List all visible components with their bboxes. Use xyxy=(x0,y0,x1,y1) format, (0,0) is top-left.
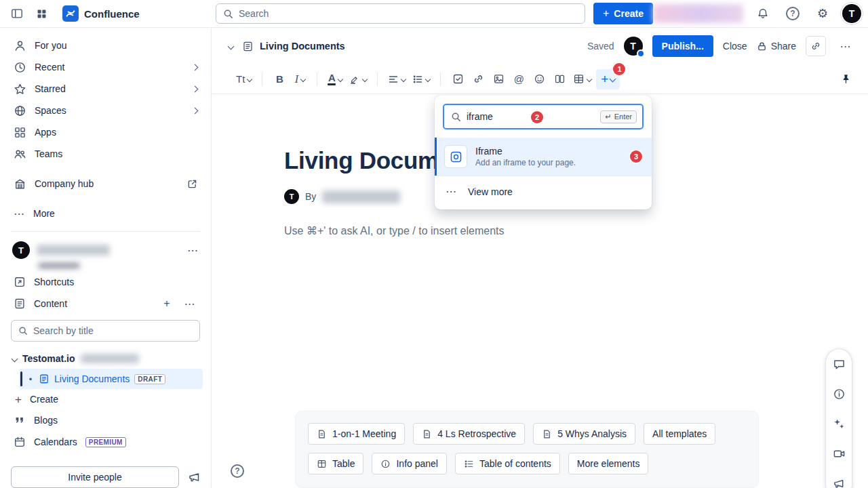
close-button[interactable]: Close xyxy=(723,41,747,52)
share-button[interactable]: Share xyxy=(757,41,796,52)
insert-table-shortcut-button[interactable]: Table xyxy=(308,453,363,474)
sidebar-item-blogs[interactable]: Blogs xyxy=(8,409,203,431)
template-4ls-retrospective-button[interactable]: 4 Ls Retrospective xyxy=(413,423,525,445)
breadcrumb-page-title[interactable]: Living Documents xyxy=(260,41,345,52)
pin-icon xyxy=(840,73,852,85)
insert-image-button[interactable] xyxy=(490,69,507,89)
settings-button[interactable]: ⚙ xyxy=(812,3,833,24)
bold-button[interactable]: B xyxy=(271,69,288,89)
sparkle-icon xyxy=(833,418,846,430)
element-label: Table xyxy=(332,458,355,469)
feedback-megaphone-button[interactable] xyxy=(188,470,201,484)
content-more-icon[interactable]: ⋯ xyxy=(182,296,197,311)
task-list-button[interactable] xyxy=(449,69,467,89)
ai-chat-button[interactable] xyxy=(831,415,847,432)
lists-button[interactable] xyxy=(410,69,432,89)
sidebar-item-apps[interactable]: Apps xyxy=(8,121,203,143)
view-more-button[interactable]: ⋯ View more xyxy=(435,176,652,207)
tree-item-space[interactable]: Testomat.io xyxy=(8,348,203,369)
sidebar-item-teams[interactable]: Teams xyxy=(8,143,203,165)
close-label: Close xyxy=(723,41,747,52)
copy-link-button[interactable] xyxy=(806,36,826,56)
text-color-button[interactable]: A xyxy=(326,69,344,89)
template-1on1-meeting-button[interactable]: 1-on-1 Meeting xyxy=(308,423,405,445)
color-bar xyxy=(328,83,336,85)
space-header[interactable]: T ⋯ xyxy=(8,239,203,262)
divider xyxy=(377,73,378,86)
highlight-color-button[interactable] xyxy=(347,69,369,89)
title-search[interactable] xyxy=(11,320,200,342)
notifications-button[interactable] xyxy=(753,3,773,24)
sidebar-item-recent[interactable]: Recent xyxy=(8,56,203,78)
details-button[interactable] xyxy=(831,386,847,402)
space-more-icon[interactable]: ⋯ xyxy=(187,244,199,257)
shortcut-icon xyxy=(14,276,26,288)
insert-link-button[interactable] xyxy=(469,69,487,89)
emoji-icon xyxy=(534,73,545,85)
confluence-brand[interactable]: Confluence xyxy=(62,5,140,22)
sidebar-toggle-button[interactable] xyxy=(7,3,27,24)
text-style-button[interactable]: Tt xyxy=(234,69,254,89)
editor-placeholder[interactable]: Use ⌘+' to ask AI, or type / to insert e… xyxy=(284,224,868,237)
insert-toc-button[interactable]: Table of contents xyxy=(455,453,560,474)
plus-icon: + xyxy=(601,72,608,87)
italic-button[interactable]: I xyxy=(291,69,309,89)
add-content-button[interactable]: + xyxy=(159,296,174,311)
element-label: More elements xyxy=(577,458,640,469)
create-button-label: Create xyxy=(614,8,644,19)
feedback-button[interactable] xyxy=(831,475,847,488)
emoji-button[interactable] xyxy=(530,69,548,89)
global-search[interactable] xyxy=(216,3,585,24)
search-input[interactable] xyxy=(239,8,578,19)
template-row-1: 1-on-1 Meeting 4 Ls Retrospective 5 Whys… xyxy=(308,423,746,445)
clock-icon xyxy=(14,61,26,74)
alignment-button[interactable] xyxy=(386,69,408,89)
insert-table-button[interactable] xyxy=(571,69,593,89)
menu-item-text: Iframe Add an iframe to your page. xyxy=(475,146,622,167)
record-video-button[interactable] xyxy=(831,445,847,462)
create-button[interactable]: + Create xyxy=(593,3,653,24)
sidebar-item-more[interactable]: ⋯ More xyxy=(8,203,203,224)
tree-create-button[interactable]: + Create xyxy=(8,389,203,409)
search-icon xyxy=(451,112,461,122)
editor-help-button[interactable]: ? xyxy=(231,464,244,478)
mention-button[interactable]: @ xyxy=(510,69,528,89)
invite-people-button[interactable]: Invite people xyxy=(11,466,179,488)
template-5-whys-analysis-button[interactable]: 5 Whys Analysis xyxy=(533,423,635,445)
ellipsis-icon: ⋯ xyxy=(446,185,457,198)
content-section-header[interactable]: Content + ⋯ xyxy=(8,293,203,314)
insert-info-panel-button[interactable]: Info panel xyxy=(372,453,447,474)
all-templates-button[interactable]: All templates xyxy=(644,423,715,445)
template-suggestions-panel: 1-on-1 Meeting 4 Ls Retrospective 5 Whys… xyxy=(295,411,759,488)
menu-item-iframe[interactable]: Iframe Add an iframe to your page. 3 xyxy=(435,138,652,176)
chevron-down-icon[interactable] xyxy=(12,355,18,362)
element-label: Info panel xyxy=(396,458,438,469)
sidebar-item-for-you[interactable]: For you xyxy=(8,35,203,56)
sidebar-item-shortcuts[interactable]: Shortcuts xyxy=(8,271,203,293)
element-label: Table of contents xyxy=(479,458,551,469)
chevron-down-icon xyxy=(247,76,252,81)
collaborator-avatar[interactable]: T xyxy=(624,37,643,56)
sidebar-item-calendars[interactable]: Calendars PREMIUM xyxy=(8,431,203,453)
title-search-input[interactable] xyxy=(33,325,193,336)
annotation-step-1: 1 xyxy=(613,63,625,75)
divider xyxy=(440,73,441,86)
more-actions-button[interactable]: ⋯ xyxy=(835,36,856,56)
help-button[interactable]: ? xyxy=(783,3,803,24)
app-switcher-button[interactable] xyxy=(31,3,52,24)
more-elements-button[interactable]: More elements xyxy=(568,453,649,474)
collapse-chevron-icon[interactable] xyxy=(228,43,235,49)
layouts-button[interactable] xyxy=(551,69,568,89)
pin-toolbar-button[interactable] xyxy=(837,69,854,89)
tree-item-page-selected[interactable]: • Living Documents DRAFT xyxy=(19,369,203,389)
insert-elements-button[interactable]: + 1 xyxy=(596,69,620,89)
sidebar-item-company-hub[interactable]: Company hub xyxy=(8,173,203,195)
drag-handle[interactable] xyxy=(20,371,22,386)
sidebar-item-spaces[interactable]: Spaces xyxy=(8,100,203,121)
comments-button[interactable] xyxy=(831,356,847,372)
user-avatar[interactable]: T xyxy=(842,4,861,23)
sidebar-item-starred[interactable]: Starred xyxy=(8,78,203,100)
insert-search[interactable]: 2 ↵ Enter xyxy=(443,104,644,129)
list-icon xyxy=(464,459,474,469)
publish-button[interactable]: Publish... xyxy=(652,35,713,57)
